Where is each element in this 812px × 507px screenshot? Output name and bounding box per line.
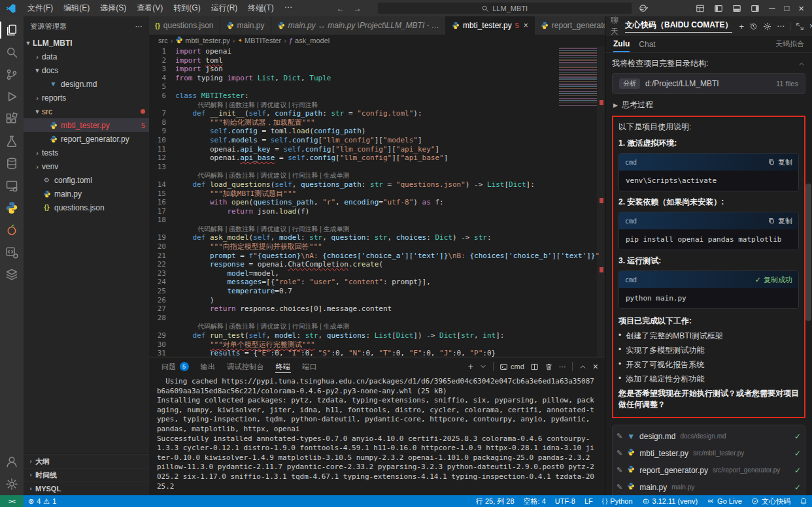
command-text[interactable]: pip install openai pandas matplotlib bbox=[619, 229, 798, 250]
back-icon[interactable]: ← bbox=[337, 5, 345, 12]
code-line[interactable]: 7 def __init__(self, config_path: str = … bbox=[149, 109, 605, 118]
analysis-card[interactable]: 分析 d:/Project/LLM_MBTI 11 files bbox=[612, 73, 805, 94]
code-line[interactable]: 6class MBTITester: bbox=[149, 91, 605, 101]
codelens[interactable]: 代码解释 | 函数注释 | 调优建议 | 行间注释 | 生成单测 bbox=[149, 322, 605, 331]
copy-button[interactable]: 复制 bbox=[768, 216, 792, 226]
maximize-panel-icon[interactable] bbox=[579, 363, 587, 371]
line-number[interactable]: 20 bbox=[149, 242, 175, 252]
terminal[interactable]: Using cached https://pypi.tuna.tsinghua.… bbox=[149, 376, 605, 495]
tree-item-design.md[interactable]: ▼design.md bbox=[24, 77, 149, 91]
code-line[interactable]: 10 self.models = self.config["llm_config… bbox=[149, 136, 605, 145]
split-terminal-icon[interactable] bbox=[530, 363, 539, 371]
breadcrumb-src[interactable]: src bbox=[158, 37, 168, 44]
activity-db-icon[interactable] bbox=[0, 152, 24, 174]
codelens[interactable]: 代码解释 | 函数注释 | 调优建议 | 行间注释 bbox=[149, 101, 605, 110]
remote-indicator[interactable]: >< bbox=[0, 495, 24, 507]
changed-file-report_generator.py[interactable]: ✎report_generator.pysrc/report_generator… bbox=[617, 462, 801, 479]
changed-file-main.py[interactable]: ✎main.pymain.py✓ bbox=[617, 479, 801, 495]
new-chat-icon[interactable]: + bbox=[739, 22, 744, 31]
toggle-secondary-sidebar-icon[interactable] bbox=[751, 4, 760, 13]
history-icon[interactable] bbox=[749, 22, 758, 31]
copied-status[interactable]: ✓复制成功 bbox=[755, 275, 792, 285]
line-number[interactable]: 19 bbox=[149, 233, 175, 242]
code-line[interactable]: 11 openai.api_key = self.config["llm_con… bbox=[149, 145, 605, 154]
menu-终端[interactable]: 终端(T) bbox=[243, 3, 279, 14]
line-number[interactable]: 27 bbox=[149, 304, 175, 314]
breadcrumb-ask_model[interactable]: ƒask_model bbox=[289, 37, 330, 44]
menu-选择[interactable]: 选择(S) bbox=[95, 3, 131, 14]
tree-item-src[interactable]: ▼src bbox=[24, 105, 149, 118]
tree-item-config.toml[interactable]: ⚙config.toml bbox=[24, 173, 149, 187]
line-number[interactable]: 22 bbox=[149, 260, 175, 269]
tab-chat[interactable]: Chat bbox=[639, 40, 655, 49]
code-line[interactable]: 27 return response.choices[0].message.co… bbox=[149, 304, 605, 314]
status-utf-8[interactable]: UTF-8 bbox=[550, 495, 580, 507]
line-number[interactable]: 24 bbox=[149, 278, 175, 287]
more-actions-icon[interactable]: ⋯ bbox=[777, 22, 785, 30]
menu-⋯[interactable]: ⋯ bbox=[279, 3, 297, 14]
panel-tab-终端[interactable]: 终端 bbox=[270, 357, 297, 376]
activity-gear-icon[interactable] bbox=[0, 473, 24, 495]
code-line[interactable]: 31 results = {"E":0, "I":0, "S":0, "N":0… bbox=[149, 349, 605, 357]
line-number[interactable]: 1 bbox=[149, 47, 175, 56]
line-number[interactable]: 15 bbox=[149, 189, 175, 199]
tree-item-tests[interactable]: ›tests bbox=[24, 146, 149, 159]
line-number[interactable]: 4 bbox=[149, 74, 175, 83]
line-number[interactable]: 9 bbox=[149, 127, 175, 136]
explorer-more-actions[interactable]: ⋯ bbox=[135, 22, 143, 31]
tree-item-main.py[interactable]: main.py bbox=[24, 187, 149, 201]
status-lf[interactable]: LF bbox=[580, 495, 598, 507]
activity-layers-icon[interactable] bbox=[0, 263, 24, 286]
tab-baidu-comate[interactable]: 文心快码（BAIDU COMATE） bbox=[625, 20, 732, 33]
code-line[interactable]: 16 with open(questions_path, "r", encodi… bbox=[149, 198, 605, 207]
status-go-live[interactable]: Go Live bbox=[702, 495, 747, 507]
line-number[interactable]: 28 bbox=[149, 314, 175, 323]
line-number[interactable]: 17 bbox=[149, 207, 175, 216]
line-number[interactable]: 11 bbox=[149, 145, 175, 154]
command-text[interactable]: python main.py bbox=[619, 288, 798, 308]
codelens[interactable]: 代码解释 | 函数注释 | 调优建议 | 行间注释 | 生成单测 bbox=[149, 171, 605, 180]
changed-file-design.md[interactable]: ✎▼design.mddocs/design.md✓ bbox=[617, 428, 801, 445]
code-line[interactable]: 21 prompt = f"{question}\nA: {choices['c… bbox=[149, 252, 605, 261]
editor-scrollbar[interactable] bbox=[597, 46, 605, 357]
close-panel-icon[interactable]: × bbox=[809, 22, 812, 30]
line-number[interactable]: 14 bbox=[149, 180, 175, 189]
settings-gear-icon[interactable] bbox=[763, 22, 771, 31]
code-line[interactable]: 23 model=model, bbox=[149, 269, 605, 278]
maximize-button[interactable]: □ bbox=[784, 3, 789, 13]
kill-terminal-icon[interactable] bbox=[545, 363, 553, 371]
tree-root[interactable]: ▼LLM_MBTI bbox=[24, 36, 149, 50]
line-number[interactable]: 30 bbox=[149, 340, 175, 350]
code-line[interactable]: 4from typing import List, Dict, Tuple bbox=[149, 74, 605, 83]
accept-file-icon[interactable]: ✓ bbox=[794, 483, 801, 492]
terminal-instance[interactable]: cmd bbox=[499, 363, 524, 371]
tree-item-report_generator.py[interactable]: report_generator.py bbox=[24, 132, 149, 146]
toggle-sidebar-icon[interactable] bbox=[714, 4, 723, 13]
tab-chat-generic[interactable]: 聊天 bbox=[611, 15, 618, 37]
forward-icon[interactable]: → bbox=[354, 5, 362, 12]
code-line[interactable]: 24 messages=[{"role": "user", "content":… bbox=[149, 278, 605, 287]
status-3.12.11--venv-[interactable]: 3.12.11 (venv) bbox=[637, 495, 703, 507]
tree-item-reports[interactable]: ›reports bbox=[24, 91, 149, 105]
activity-codegear-icon[interactable] bbox=[0, 241, 24, 263]
customize-layout-icon[interactable] bbox=[696, 4, 705, 13]
code-line[interactable]: 17 return json.load(f) bbox=[149, 207, 605, 216]
tree-item-docs[interactable]: ▼docs bbox=[24, 63, 149, 77]
menu-运行[interactable]: 运行(R) bbox=[206, 3, 243, 14]
section-大纲[interactable]: ›大纲 bbox=[24, 454, 149, 468]
code-editor[interactable]: 1import openai2import toml3import json4f… bbox=[149, 46, 605, 357]
code-line[interactable]: 14 def load_questions(self, questions_pa… bbox=[149, 180, 605, 189]
status-空格--4[interactable]: 空格: 4 bbox=[519, 495, 550, 507]
close-tab-icon[interactable]: × bbox=[524, 21, 528, 30]
line-number[interactable]: 21 bbox=[149, 252, 175, 261]
status-python[interactable]: { }Python bbox=[598, 495, 637, 507]
line-number[interactable]: 16 bbox=[149, 198, 175, 207]
status-文心快码[interactable]: 文心快码 bbox=[747, 495, 795, 507]
breadcrumb-mbti_tester.py[interactable]: mbti_tester.py bbox=[175, 36, 229, 45]
panel-tab-输出[interactable]: 输出 bbox=[195, 357, 222, 376]
code-line[interactable]: 30 """对单个模型运行完整测试""" bbox=[149, 340, 605, 350]
line-number[interactable]: 31 bbox=[149, 349, 175, 357]
panel-tab-问题[interactable]: 问题5 bbox=[156, 357, 195, 376]
code-line[interactable]: 22 response = openai.ChatCompletion.crea… bbox=[149, 260, 605, 269]
new-terminal-icon[interactable]: + bbox=[468, 361, 473, 372]
